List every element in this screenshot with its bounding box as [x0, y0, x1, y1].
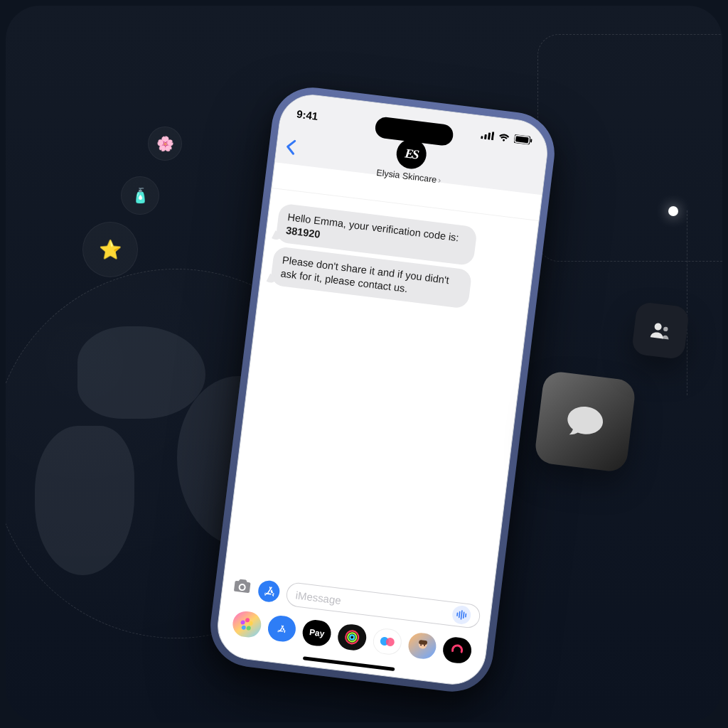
svg-point-18 [347, 633, 356, 642]
cellular-signal-icon [481, 130, 494, 140]
svg-point-12 [245, 618, 250, 623]
svg-point-16 [240, 620, 245, 625]
message-list: Hello Emma, your verification code is: 3… [227, 196, 537, 589]
flower-icon: 🌸 [156, 135, 174, 152]
svg-rect-5 [515, 136, 529, 143]
app-store-icon[interactable] [257, 579, 281, 603]
tray-photos[interactable] [231, 610, 262, 639]
message-placeholder: iMessage [295, 589, 342, 606]
svg-rect-1 [484, 134, 487, 139]
tray-app-store[interactable] [267, 614, 298, 643]
orbit-line [537, 34, 722, 262]
camera-icon[interactable] [232, 577, 252, 599]
message-text: Please don't share it and if you didn't … [280, 255, 450, 294]
tray-apple-pay[interactable]: Pay [301, 619, 333, 648]
star-icon: ⭐ [99, 239, 122, 261]
svg-point-13 [248, 621, 253, 626]
tray-memoji[interactable] [407, 631, 438, 660]
orbit-line-vertical [687, 210, 688, 395]
svg-rect-0 [481, 136, 483, 139]
phone-mockup: 9:41 ES [206, 83, 560, 697]
svg-point-26 [654, 323, 662, 331]
svg-point-14 [246, 626, 251, 631]
decor-bubble-bottle: 🧴 [121, 176, 159, 215]
tray-music[interactable] [441, 636, 473, 665]
battery-icon [514, 134, 533, 145]
svg-rect-6 [530, 139, 532, 142]
speech-bubble-icon [564, 402, 606, 441]
svg-point-15 [241, 625, 246, 630]
messages-app-card [534, 370, 637, 473]
audio-wave-icon[interactable] [451, 604, 472, 625]
contact-name[interactable]: Elysia Skincare › [376, 168, 441, 186]
svg-rect-2 [488, 132, 491, 139]
wifi-icon [498, 132, 510, 142]
status-time: 9:41 [296, 107, 318, 122]
svg-line-10 [464, 612, 464, 618]
svg-line-8 [459, 612, 460, 618]
tray-fitness[interactable] [336, 623, 368, 652]
people-icon [649, 320, 673, 341]
svg-point-27 [663, 326, 668, 331]
marketing-canvas: 🌸 🧴 ⭐ 9:41 [6, 6, 722, 722]
phone-screen: 9:41 ES [214, 91, 552, 688]
tray-game-pigeon[interactable] [371, 627, 402, 656]
chevron-right-icon: › [437, 175, 441, 185]
verification-code: 381920 [285, 224, 321, 240]
svg-line-9 [461, 611, 461, 619]
bottle-icon: 🧴 [132, 187, 149, 204]
decor-bubble-star: ⭐ [82, 222, 138, 277]
decor-bubble-flower: 🌸 [148, 127, 182, 161]
contacts-app-card [631, 301, 690, 360]
home-indicator[interactable] [303, 656, 395, 671]
svg-rect-3 [491, 132, 494, 140]
svg-point-19 [350, 635, 355, 640]
orbit-node [668, 206, 678, 216]
